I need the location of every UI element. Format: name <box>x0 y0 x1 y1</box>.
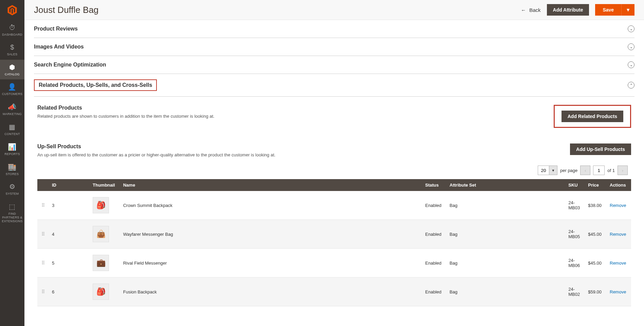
col-sku[interactable]: SKU <box>564 179 584 191</box>
cell-sku: 24-MB05 <box>564 220 584 249</box>
table-row[interactable]: ⠿ 4 👜 Wayfarer Messenger Bag Enabled Bag… <box>37 220 631 249</box>
table-row[interactable]: ⠿ 5 💼 Rival Field Messenger Enabled Bag … <box>37 249 631 277</box>
save-dropdown-toggle[interactable]: ▼ <box>621 4 634 16</box>
sidebar-item-marketing[interactable]: 📣 MARKETING <box>0 99 24 119</box>
sidebar-item-system[interactable]: ⚙ SYSTEM <box>0 179 24 199</box>
product-thumbnail: 👜 <box>93 226 109 242</box>
main-content: Joust Duffle Bag ← Back Add Attribute Sa… <box>24 0 644 310</box>
sidebar-item-content[interactable]: ▦ CONTENT <box>0 119 24 139</box>
sidebar-item-catalog[interactable]: ⬢ CATALOG <box>0 60 24 80</box>
box-icon: ⬢ <box>9 63 15 71</box>
cell-attribute-set: Bag <box>445 191 564 220</box>
table-row[interactable]: ⠿ 6 🎒 Fusion Backpack Enabled Bag 24-MB0… <box>37 277 631 306</box>
magento-logo[interactable] <box>0 0 24 20</box>
cell-price: $59.00 <box>584 277 606 306</box>
col-price[interactable]: Price <box>584 179 606 191</box>
chevron-right-icon: › <box>622 168 623 173</box>
per-page-group: ▼ <box>538 166 557 175</box>
cell-attribute-set: Bag <box>445 277 564 306</box>
related-products-panel: Related Products Related products are sh… <box>34 97 634 135</box>
chevron-down-icon: ⌄ <box>628 43 634 50</box>
sidebar-item-reports[interactable]: 📊 REPORTS <box>0 139 24 159</box>
of-pages-label: of 1 <box>607 168 615 173</box>
col-drag <box>37 179 48 191</box>
add-upsell-wrap: Add Up-Sell Products <box>570 143 631 155</box>
upsell-products-panel: Up-Sell Products An up-sell item is offe… <box>34 135 634 310</box>
sidebar-item-label: CATALOG <box>5 73 20 76</box>
add-upsell-products-button[interactable]: Add Up-Sell Products <box>570 143 631 155</box>
current-page-input[interactable] <box>593 166 605 175</box>
arrow-left-icon: ← <box>521 7 526 13</box>
col-actions[interactable]: Actions <box>606 179 631 191</box>
col-id[interactable]: ID <box>48 179 89 191</box>
cell-name: Rival Field Messenger <box>119 249 421 277</box>
cell-name: Wayfarer Messenger Bag <box>119 220 421 249</box>
add-attribute-button[interactable]: Add Attribute <box>547 4 589 16</box>
related-header: Related Products Related products are sh… <box>37 105 631 128</box>
product-thumbnail: 💼 <box>93 255 109 271</box>
chevron-up-icon: ⌃ <box>628 82 634 89</box>
col-thumbnail[interactable]: Thumbnail <box>89 179 119 191</box>
chevron-down-icon: ⌄ <box>628 25 634 32</box>
col-attribute-set[interactable]: Attribute Set <box>445 179 564 191</box>
sidebar-item-stores[interactable]: 🏬 STORES <box>0 159 24 179</box>
layout-icon: ▦ <box>9 123 15 131</box>
upsell-header: Up-Sell Products An up-sell item is offe… <box>37 143 631 157</box>
next-page-button[interactable]: › <box>618 166 628 175</box>
section-product-reviews[interactable]: Product Reviews ⌄ <box>34 20 634 38</box>
per-page-dropdown[interactable]: ▼ <box>549 166 557 175</box>
per-page-input[interactable] <box>538 166 549 175</box>
sidebar-item-label: CUSTOMERS <box>2 92 22 96</box>
cell-id: 3 <box>48 191 89 220</box>
section-seo[interactable]: Search Engine Optimization ⌄ <box>34 56 634 74</box>
remove-link[interactable]: Remove <box>610 203 626 208</box>
table-row[interactable]: ⠿ 3 🎒 Crown Summit Backpack Enabled Bag … <box>37 191 631 220</box>
cell-price: $45.00 <box>584 249 606 277</box>
drag-handle-icon[interactable]: ⠿ <box>41 289 44 294</box>
sidebar-item-partners[interactable]: ⬚ FIND PARTNERS & EXTENSIONS <box>0 199 24 226</box>
sidebar-item-label: FIND PARTNERS & EXTENSIONS <box>1 212 23 223</box>
related-title: Related Products <box>37 105 215 111</box>
cell-sku: 24-MB02 <box>564 277 584 306</box>
store-icon: 🏬 <box>8 163 16 171</box>
back-button[interactable]: ← Back <box>521 7 540 13</box>
col-status[interactable]: Status <box>421 179 446 191</box>
chart-icon: 📊 <box>8 143 16 151</box>
triangle-down-icon: ▼ <box>552 169 555 172</box>
dashboard-icon: ⏱ <box>9 24 16 32</box>
per-page-label: per page <box>560 168 577 173</box>
remove-link[interactable]: Remove <box>610 261 626 266</box>
cell-name: Crown Summit Backpack <box>119 191 421 220</box>
drag-handle-icon[interactable]: ⠿ <box>41 260 44 266</box>
remove-link[interactable]: Remove <box>610 232 626 237</box>
section-title: Images And Videos <box>34 44 84 50</box>
sidebar-item-label: DASHBOARD <box>2 33 22 37</box>
chevron-down-icon: ⌄ <box>628 61 634 68</box>
product-thumbnail: 🎒 <box>93 197 109 213</box>
drag-handle-icon[interactable]: ⠿ <box>41 231 44 237</box>
save-button[interactable]: Save <box>595 4 621 16</box>
sidebar-item-sales[interactable]: $ SALES <box>0 40 24 60</box>
section-images-videos[interactable]: Images And Videos ⌄ <box>34 38 634 56</box>
sidebar-item-label: SALES <box>7 53 18 56</box>
sidebar-item-customers[interactable]: 👤 CUSTOMERS <box>0 79 24 99</box>
page-header: Joust Duffle Bag ← Back Add Attribute Sa… <box>24 0 644 20</box>
upsell-grid: ID Thumbnail Name Status Attribute Set S… <box>37 179 631 306</box>
remove-link[interactable]: Remove <box>610 289 626 294</box>
sidebar-item-dashboard[interactable]: ⏱ DASHBOARD <box>0 20 24 40</box>
cell-status: Enabled <box>421 220 446 249</box>
add-related-products-button[interactable]: Add Related Products <box>562 111 623 122</box>
puzzle-icon: ⬚ <box>9 203 15 211</box>
drag-handle-icon[interactable]: ⠿ <box>41 203 44 208</box>
section-related-products[interactable]: Related Products, Up-Sells, and Cross-Se… <box>34 74 634 97</box>
section-title: Search Engine Optimization <box>34 62 106 68</box>
cell-id: 4 <box>48 220 89 249</box>
chevron-left-icon: ‹ <box>585 168 586 173</box>
col-name[interactable]: Name <box>119 179 421 191</box>
cell-price: $38.00 <box>584 191 606 220</box>
section-title: Product Reviews <box>34 26 78 32</box>
cell-attribute-set: Bag <box>445 220 564 249</box>
prev-page-button[interactable]: ‹ <box>580 166 590 175</box>
dollar-icon: $ <box>10 43 14 51</box>
header-actions: ← Back Add Attribute Save ▼ <box>521 4 634 16</box>
